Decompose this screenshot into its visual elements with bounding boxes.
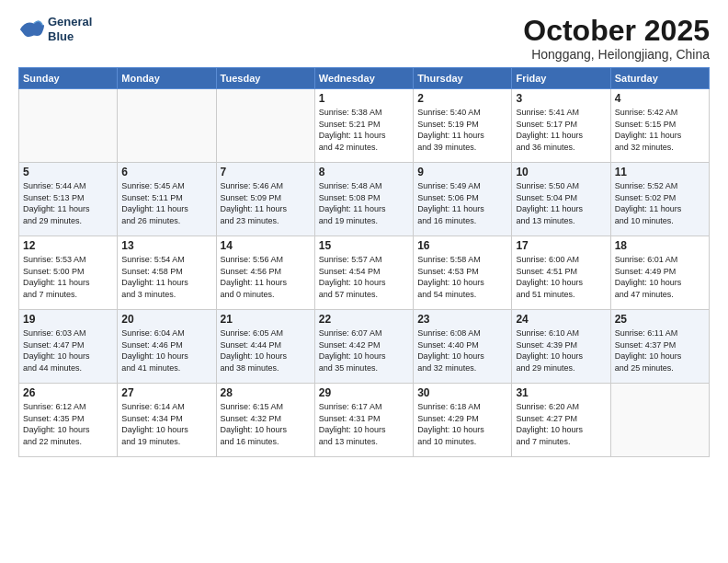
calendar-cell: 29Sunrise: 6:17 AM Sunset: 4:31 PM Dayli… bbox=[314, 384, 413, 457]
cell-text: Sunrise: 6:12 AM Sunset: 4:35 PM Dayligh… bbox=[23, 401, 113, 447]
calendar-week-row: 1Sunrise: 5:38 AM Sunset: 5:21 PM Daylig… bbox=[19, 89, 710, 163]
calendar-cell: 9Sunrise: 5:49 AM Sunset: 5:06 PM Daylig… bbox=[414, 163, 512, 236]
calendar-cell: 1Sunrise: 5:38 AM Sunset: 5:21 PM Daylig… bbox=[314, 89, 413, 163]
calendar-cell: 10Sunrise: 5:50 AM Sunset: 5:04 PM Dayli… bbox=[512, 163, 610, 236]
day-number: 10 bbox=[516, 166, 606, 178]
header: General Blue October 2025 Honggang, Heil… bbox=[18, 15, 710, 62]
calendar-cell: 23Sunrise: 6:08 AM Sunset: 4:40 PM Dayli… bbox=[414, 310, 512, 384]
calendar-cell bbox=[118, 89, 216, 163]
calendar-cell: 5Sunrise: 5:44 AM Sunset: 5:13 PM Daylig… bbox=[19, 163, 118, 236]
calendar-cell: 20Sunrise: 6:04 AM Sunset: 4:46 PM Dayli… bbox=[118, 310, 216, 384]
cell-text: Sunrise: 6:17 AM Sunset: 4:31 PM Dayligh… bbox=[319, 401, 409, 447]
calendar-cell: 6Sunrise: 5:45 AM Sunset: 5:11 PM Daylig… bbox=[118, 163, 216, 236]
calendar-cell: 28Sunrise: 6:15 AM Sunset: 4:32 PM Dayli… bbox=[216, 384, 314, 457]
calendar-cell: 27Sunrise: 6:14 AM Sunset: 4:34 PM Dayli… bbox=[118, 384, 216, 457]
calendar-cell: 26Sunrise: 6:12 AM Sunset: 4:35 PM Dayli… bbox=[19, 384, 118, 457]
day-number: 21 bbox=[221, 313, 311, 326]
day-number: 7 bbox=[221, 166, 311, 178]
day-number: 13 bbox=[121, 239, 211, 252]
day-number: 31 bbox=[516, 386, 606, 399]
location-subtitle: Honggang, Heilongjiang, China bbox=[523, 47, 710, 62]
weekday-header: Thursday bbox=[414, 68, 512, 89]
weekday-header: Wednesday bbox=[314, 68, 413, 89]
day-number: 4 bbox=[615, 92, 705, 105]
cell-text: Sunrise: 5:42 AM Sunset: 5:15 PM Dayligh… bbox=[615, 107, 705, 153]
calendar-header-row: SundayMondayTuesdayWednesdayThursdayFrid… bbox=[19, 68, 710, 89]
cell-text: Sunrise: 5:49 AM Sunset: 5:06 PM Dayligh… bbox=[417, 180, 507, 226]
day-number: 27 bbox=[121, 386, 211, 399]
page-container: General Blue October 2025 Honggang, Heil… bbox=[0, 0, 728, 466]
weekday-header: Friday bbox=[512, 68, 610, 89]
cell-text: Sunrise: 6:08 AM Sunset: 4:40 PM Dayligh… bbox=[417, 327, 507, 373]
cell-text: Sunrise: 5:58 AM Sunset: 4:53 PM Dayligh… bbox=[417, 254, 507, 300]
calendar-cell: 18Sunrise: 6:01 AM Sunset: 4:49 PM Dayli… bbox=[610, 236, 709, 310]
logo-text: General Blue bbox=[48, 15, 92, 43]
calendar-cell: 22Sunrise: 6:07 AM Sunset: 4:42 PM Dayli… bbox=[314, 310, 413, 384]
calendar-cell: 30Sunrise: 6:18 AM Sunset: 4:29 PM Dayli… bbox=[414, 384, 512, 457]
cell-text: Sunrise: 5:56 AM Sunset: 4:56 PM Dayligh… bbox=[221, 254, 311, 300]
day-number: 29 bbox=[319, 386, 409, 399]
day-number: 15 bbox=[319, 239, 409, 252]
cell-text: Sunrise: 6:14 AM Sunset: 4:34 PM Dayligh… bbox=[121, 401, 211, 447]
day-number: 28 bbox=[221, 386, 311, 399]
cell-text: Sunrise: 5:38 AM Sunset: 5:21 PM Dayligh… bbox=[319, 107, 409, 153]
cell-text: Sunrise: 6:03 AM Sunset: 4:47 PM Dayligh… bbox=[23, 327, 113, 373]
cell-text: Sunrise: 6:11 AM Sunset: 4:37 PM Dayligh… bbox=[615, 327, 705, 373]
cell-text: Sunrise: 6:15 AM Sunset: 4:32 PM Dayligh… bbox=[221, 401, 311, 447]
cell-text: Sunrise: 5:46 AM Sunset: 5:09 PM Dayligh… bbox=[221, 180, 311, 226]
day-number: 5 bbox=[23, 166, 113, 178]
calendar-cell: 24Sunrise: 6:10 AM Sunset: 4:39 PM Dayli… bbox=[512, 310, 610, 384]
day-number: 2 bbox=[417, 92, 507, 105]
calendar-cell: 12Sunrise: 5:53 AM Sunset: 5:00 PM Dayli… bbox=[19, 236, 118, 310]
calendar-cell: 8Sunrise: 5:48 AM Sunset: 5:08 PM Daylig… bbox=[314, 163, 413, 236]
calendar-week-row: 5Sunrise: 5:44 AM Sunset: 5:13 PM Daylig… bbox=[19, 163, 710, 236]
day-number: 9 bbox=[417, 166, 507, 178]
day-number: 11 bbox=[615, 166, 705, 178]
cell-text: Sunrise: 5:40 AM Sunset: 5:19 PM Dayligh… bbox=[417, 107, 507, 153]
day-number: 17 bbox=[516, 239, 606, 252]
logo: General Blue bbox=[18, 15, 92, 43]
calendar-cell bbox=[19, 89, 118, 163]
weekday-header: Tuesday bbox=[216, 68, 314, 89]
calendar-week-row: 19Sunrise: 6:03 AM Sunset: 4:47 PM Dayli… bbox=[19, 310, 710, 384]
weekday-header: Sunday bbox=[19, 68, 118, 89]
cell-text: Sunrise: 5:50 AM Sunset: 5:04 PM Dayligh… bbox=[516, 180, 606, 226]
weekday-header: Saturday bbox=[610, 68, 709, 89]
calendar-table: SundayMondayTuesdayWednesdayThursdayFrid… bbox=[18, 67, 710, 457]
cell-text: Sunrise: 6:01 AM Sunset: 4:49 PM Dayligh… bbox=[615, 254, 705, 300]
day-number: 26 bbox=[23, 386, 113, 399]
day-number: 23 bbox=[417, 313, 507, 326]
calendar-cell: 2Sunrise: 5:40 AM Sunset: 5:19 PM Daylig… bbox=[414, 89, 512, 163]
cell-text: Sunrise: 5:48 AM Sunset: 5:08 PM Dayligh… bbox=[319, 180, 409, 226]
calendar-cell: 11Sunrise: 5:52 AM Sunset: 5:02 PM Dayli… bbox=[610, 163, 709, 236]
title-block: October 2025 Honggang, Heilongjiang, Chi… bbox=[523, 15, 710, 62]
month-title: October 2025 bbox=[523, 15, 710, 47]
calendar-cell: 13Sunrise: 5:54 AM Sunset: 4:58 PM Dayli… bbox=[118, 236, 216, 310]
cell-text: Sunrise: 6:20 AM Sunset: 4:27 PM Dayligh… bbox=[516, 401, 606, 447]
day-number: 12 bbox=[23, 239, 113, 252]
day-number: 1 bbox=[319, 92, 409, 105]
cell-text: Sunrise: 6:07 AM Sunset: 4:42 PM Dayligh… bbox=[319, 327, 409, 373]
day-number: 25 bbox=[615, 313, 705, 326]
calendar-cell bbox=[610, 384, 709, 457]
calendar-week-row: 12Sunrise: 5:53 AM Sunset: 5:00 PM Dayli… bbox=[19, 236, 710, 310]
calendar-cell: 16Sunrise: 5:58 AM Sunset: 4:53 PM Dayli… bbox=[414, 236, 512, 310]
calendar-cell: 7Sunrise: 5:46 AM Sunset: 5:09 PM Daylig… bbox=[216, 163, 314, 236]
calendar-cell: 4Sunrise: 5:42 AM Sunset: 5:15 PM Daylig… bbox=[610, 89, 709, 163]
cell-text: Sunrise: 6:00 AM Sunset: 4:51 PM Dayligh… bbox=[516, 254, 606, 300]
day-number: 24 bbox=[516, 313, 606, 326]
calendar-cell: 21Sunrise: 6:05 AM Sunset: 4:44 PM Dayli… bbox=[216, 310, 314, 384]
calendar-cell bbox=[216, 89, 314, 163]
cell-text: Sunrise: 5:54 AM Sunset: 4:58 PM Dayligh… bbox=[121, 254, 211, 300]
calendar-cell: 25Sunrise: 6:11 AM Sunset: 4:37 PM Dayli… bbox=[610, 310, 709, 384]
calendar-cell: 31Sunrise: 6:20 AM Sunset: 4:27 PM Dayli… bbox=[512, 384, 610, 457]
day-number: 14 bbox=[221, 239, 311, 252]
cell-text: Sunrise: 6:18 AM Sunset: 4:29 PM Dayligh… bbox=[417, 401, 507, 447]
cell-text: Sunrise: 6:04 AM Sunset: 4:46 PM Dayligh… bbox=[121, 327, 211, 373]
day-number: 19 bbox=[23, 313, 113, 326]
cell-text: Sunrise: 5:45 AM Sunset: 5:11 PM Dayligh… bbox=[121, 180, 211, 226]
calendar-cell: 15Sunrise: 5:57 AM Sunset: 4:54 PM Dayli… bbox=[314, 236, 413, 310]
day-number: 8 bbox=[319, 166, 409, 178]
day-number: 20 bbox=[121, 313, 211, 326]
day-number: 3 bbox=[516, 92, 606, 105]
